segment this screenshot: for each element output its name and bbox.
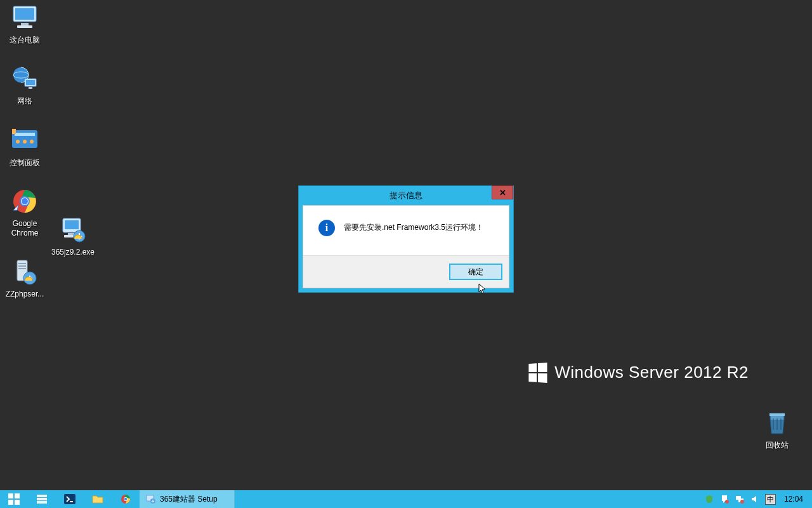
windows-logo-icon [8,493,20,505]
info-icon: i [318,220,335,236]
svg-point-11 [16,140,20,144]
svg-rect-31 [8,500,13,505]
dialog-title: 提示信息 [390,190,422,201]
svg-point-18 [22,198,28,204]
tray-volume-icon[interactable] [750,494,760,504]
taskbar-explorer[interactable] [84,490,112,508]
svg-rect-29 [8,493,13,498]
desktop-icon-label: 控制面板 [10,158,40,167]
control-panel-icon [10,125,40,156]
task-label: 365建站器 Setup [160,494,218,505]
desktop-icon-label: 365jz9.2.exe [51,248,95,257]
desktop-icon-label: 这台电脑 [10,36,40,44]
svg-rect-3 [17,25,32,28]
taskbar-server-manager[interactable] [28,490,56,508]
svg-rect-2 [21,23,29,25]
server-manager-icon [36,494,48,504]
network-icon [10,64,40,94]
chrome-icon [10,186,40,217]
dialog-close-button[interactable]: ✕ [492,185,513,199]
svg-point-39 [124,498,127,500]
desktop-icon-recycle-bin[interactable]: 回收站 [755,407,799,451]
desktop-icon-365exe[interactable]: 365jz9.2.exe [51,215,95,257]
powershell-icon [64,494,75,504]
svg-rect-1 [15,8,34,20]
svg-rect-7 [26,80,35,85]
tray-network-icon[interactable] [735,494,745,504]
svg-rect-32 [15,500,20,505]
tray-ime-icon[interactable]: 中 [765,494,776,504]
tray-security-icon[interactable] [704,494,714,504]
svg-rect-35 [37,501,47,504]
dialog-message: 需要先安装.net Framework3.5运行环境！ [344,220,496,233]
close-icon: ✕ [499,188,506,197]
svg-rect-8 [29,87,32,89]
message-dialog: 提示信息 ✕ i 需要先安装.net Framework3.5运行环境！ 确定 [298,185,514,293]
desktop-icon-label: Google Chrome [11,219,39,237]
svg-point-12 [23,140,27,144]
svg-rect-10 [15,133,35,136]
recycle-bin-icon [762,407,792,438]
ok-button[interactable]: 确定 [449,264,502,280]
svg-rect-30 [15,493,20,498]
dialog-titlebar[interactable]: 提示信息 ✕ [299,186,513,205]
windows-logo-icon [529,362,547,382]
desktop-icon-this-pc[interactable]: 这台电脑 [3,3,47,44]
installer-icon [146,494,156,504]
desktop-icon-label: 回收站 [766,440,789,451]
svg-rect-33 [37,495,47,497]
svg-rect-25 [65,220,79,229]
svg-rect-22 [18,268,26,269]
svg-rect-14 [12,129,16,134]
taskbar-task-365setup[interactable]: 365建站器 Setup [140,490,235,508]
taskbar-clock[interactable]: 12:04 [782,495,806,504]
start-button[interactable] [0,490,28,508]
chrome-icon [121,494,131,504]
desktop-icon-zzphp[interactable]: ZZphpser... [3,257,47,298]
taskbar-powershell[interactable] [56,490,84,508]
desktop-icon-chrome[interactable]: Google Chrome [3,186,47,237]
svg-point-45 [740,500,744,504]
desktop-icon-label: 网络 [17,97,32,105]
svg-point-13 [30,140,34,144]
os-watermark: Windows Server 2012 R2 [528,363,749,382]
taskbar: 365建站器 Setup 中 12:04 [0,490,812,508]
server-icon [10,257,40,287]
system-tray: 中 12:04 [698,490,812,508]
tray-action-center-icon[interactable] [719,494,730,504]
desktop-icon-label: ZZphpser... [6,290,44,298]
dialog-footer: 确定 [303,255,509,288]
svg-rect-21 [18,265,26,267]
svg-rect-34 [37,498,47,500]
watermark-text: Windows Server 2012 R2 [554,363,749,382]
svg-point-42 [725,500,729,504]
svg-rect-20 [18,263,26,264]
desktop-icon-control-panel[interactable]: 控制面板 [3,125,47,167]
desktop-icon-network[interactable]: 网络 [3,64,47,105]
installer-icon [58,215,88,245]
taskbar-chrome[interactable] [112,490,140,508]
computer-icon [10,3,40,33]
folder-icon [92,494,103,504]
